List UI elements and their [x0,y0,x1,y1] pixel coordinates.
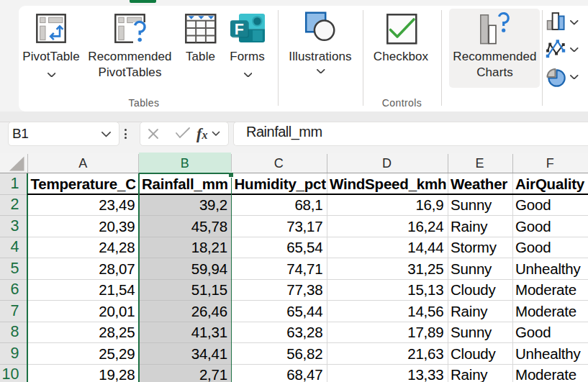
svg-text:x: x [202,129,208,141]
svg-text:F: F [235,21,244,38]
